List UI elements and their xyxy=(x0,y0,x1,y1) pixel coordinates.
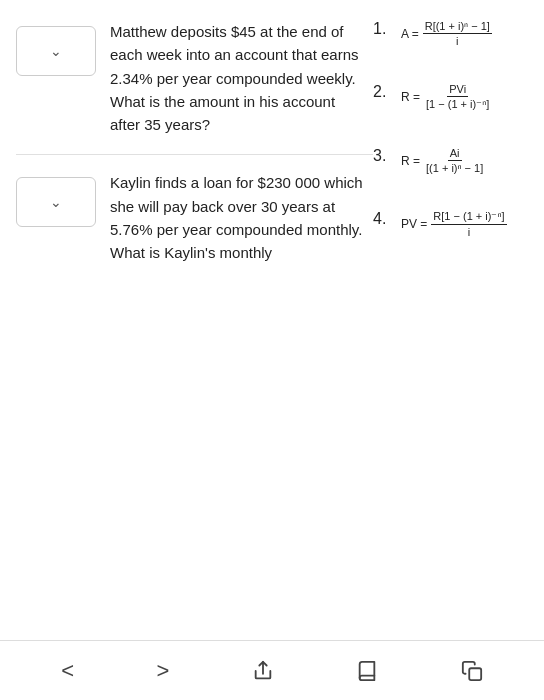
forward-button[interactable]: > xyxy=(141,650,186,692)
questions-area: ⌄ Matthew deposits $45 at the end of eac… xyxy=(16,10,528,282)
formula-item-4: 4. PV = R[1 − (1 + i)⁻ⁿ] i xyxy=(373,210,528,238)
formula-expr-4: PV = R[1 − (1 + i)⁻ⁿ] i xyxy=(401,210,507,238)
dropdown-1[interactable]: ⌄ xyxy=(16,26,96,76)
formula-lhs-4: PV = xyxy=(401,217,427,231)
formula-lhs-1: A = xyxy=(401,27,419,41)
question-text-2: Kaylin finds a loan for $230 000 which s… xyxy=(110,171,373,264)
svg-rect-1 xyxy=(469,668,481,680)
main-content: ⌄ Matthew deposits $45 at the end of eac… xyxy=(0,0,544,640)
formula-number-2: 2. xyxy=(373,83,395,101)
formula-denom-2: [1 − (1 + i)⁻ⁿ] xyxy=(424,97,491,111)
formula-denom-4: i xyxy=(466,225,472,238)
bottom-bar: < > xyxy=(0,640,544,700)
dropdown-2[interactable]: ⌄ xyxy=(16,177,96,227)
chevron-down-icon-1: ⌄ xyxy=(50,43,62,59)
formula-numer-4: R[1 − (1 + i)⁻ⁿ] xyxy=(431,210,506,225)
question-text-1: Matthew deposits $45 at the end of each … xyxy=(110,20,373,136)
formula-fraction-3: Ai [(1 + i)ⁿ − 1] xyxy=(424,147,485,174)
question-row-1: ⌄ Matthew deposits $45 at the end of eac… xyxy=(16,10,373,136)
divider-1 xyxy=(16,154,373,155)
formula-item-3: 3. R = Ai [(1 + i)ⁿ − 1] xyxy=(373,147,528,174)
formula-numer-2: PVi xyxy=(447,83,468,97)
question-row-2: ⌄ Kaylin finds a loan for $230 000 which… xyxy=(16,161,373,264)
formula-number-3: 3. xyxy=(373,147,395,165)
formula-lhs-2: R = xyxy=(401,90,420,104)
chevron-down-icon-2: ⌄ xyxy=(50,194,62,210)
copy-button[interactable] xyxy=(445,652,499,690)
formula-expr-2: R = PVi [1 − (1 + i)⁻ⁿ] xyxy=(401,83,491,111)
formula-lhs-3: R = xyxy=(401,154,420,168)
book-button[interactable] xyxy=(340,652,394,690)
formula-fraction-1: R[(1 + i)ⁿ − 1] i xyxy=(423,20,492,47)
formula-number-1: 1. xyxy=(373,20,395,38)
formula-numer-1: R[(1 + i)ⁿ − 1] xyxy=(423,20,492,34)
formula-denom-1: i xyxy=(454,34,460,47)
formula-expr-1: A = R[(1 + i)ⁿ − 1] i xyxy=(401,20,492,47)
formula-number-4: 4. xyxy=(373,210,395,228)
formula-item-1: 1. A = R[(1 + i)ⁿ − 1] i xyxy=(373,20,528,47)
share-button[interactable] xyxy=(236,652,290,690)
formulas-column: 1. A = R[(1 + i)ⁿ − 1] i 2. R = PVi [1 −… xyxy=(373,10,528,282)
formula-item-2: 2. R = PVi [1 − (1 + i)⁻ⁿ] xyxy=(373,83,528,111)
formula-fraction-2: PVi [1 − (1 + i)⁻ⁿ] xyxy=(424,83,491,111)
back-button[interactable]: < xyxy=(45,650,90,692)
questions-left: ⌄ Matthew deposits $45 at the end of eac… xyxy=(16,10,373,282)
formula-denom-3: [(1 + i)ⁿ − 1] xyxy=(424,161,485,174)
formula-expr-3: R = Ai [(1 + i)ⁿ − 1] xyxy=(401,147,485,174)
formula-numer-3: Ai xyxy=(448,147,462,161)
formula-fraction-4: R[1 − (1 + i)⁻ⁿ] i xyxy=(431,210,506,238)
